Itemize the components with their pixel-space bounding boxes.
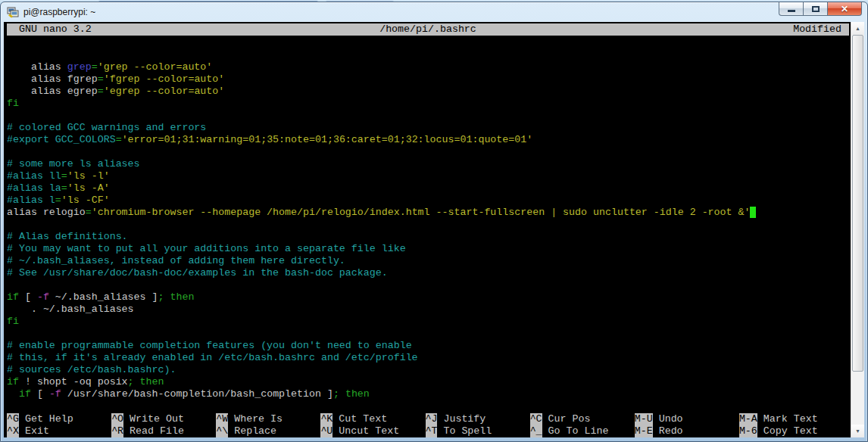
editor-line: . ~/.bash_aliases	[7, 303, 851, 316]
window-titlebar[interactable]: pi@raspberrypi: ~ ✕	[1, 2, 867, 21]
shortcut-label: Justify	[437, 413, 486, 425]
putty-window: pi@raspberrypi: ~ ✕ GNU nano 3.2 /home/p…	[0, 2, 868, 442]
window-title: pi@raspberrypi: ~	[23, 7, 95, 17]
close-button[interactable]: ✕	[827, 2, 862, 16]
text-cursor	[750, 207, 756, 218]
shortcut-copy-text[interactable]: M-6 Copy Text	[739, 425, 844, 437]
scrollbar-thumb[interactable]	[852, 35, 863, 372]
shortcut-label: Get Help	[19, 413, 73, 425]
shortcut-key: ^_	[530, 425, 542, 437]
shortcut-key: ^W	[216, 413, 228, 425]
shortcut-label: Mark Text	[757, 413, 818, 425]
shortcut-uncut-text[interactable]: ^U Uncut Text	[320, 425, 425, 437]
editor-line: # You may want to put all your additions…	[7, 243, 851, 255]
screen: pi@raspberrypi: ~ ✕ GNU nano 3.2 /home/p…	[0, 0, 868, 442]
editor-line	[7, 110, 851, 122]
shortcut-key: M-U	[635, 413, 653, 425]
window-controls: ✕	[779, 2, 862, 16]
shortcut-key: ^T	[426, 425, 438, 437]
editor-line: fi	[7, 316, 851, 328]
editor-line: if [ -f /usr/share/bash-completion/bash_…	[7, 388, 851, 400]
shortcut-where-is[interactable]: ^W Where Is	[216, 413, 320, 425]
scrollbar-track[interactable]	[851, 35, 864, 425]
shortcut-key: ^K	[320, 413, 333, 425]
shortcut-label: Uncut Text	[333, 425, 399, 437]
shortcut-key: ^R	[111, 425, 123, 437]
editor-line: alias fgrep='fgrep --color=auto'	[7, 73, 851, 86]
shortcut-cur-pos[interactable]: ^C Cur Pos	[530, 413, 635, 425]
editor-line: # See /usr/share/doc/bash-doc/examples i…	[7, 267, 851, 279]
scrollbar[interactable]: ▲ ▼	[851, 22, 864, 437]
shortcut-key: ^\	[216, 425, 228, 437]
maximize-button[interactable]	[803, 2, 827, 16]
shortcut-row: ^X Exit^R Read File^\ Replace^U Uncut Te…	[7, 425, 851, 437]
shortcut-label: Redo	[653, 425, 683, 437]
editor-line: alias grep='grep --color=auto'	[7, 61, 851, 73]
shortcut-get-help[interactable]: ^G Get Help	[7, 413, 111, 425]
editor-line: # ~/.bash_aliases, instead of adding the…	[7, 255, 851, 267]
maximize-icon	[812, 6, 820, 12]
editor-line: # Alias definitions.	[7, 231, 851, 243]
nano-file-path: /home/pi/.bashrc	[7, 23, 849, 36]
scroll-up-arrow[interactable]: ▲	[851, 22, 864, 35]
editor-line	[7, 49, 851, 61]
shortcut-label: Write Out	[123, 413, 184, 425]
minimize-icon	[788, 10, 795, 12]
editor-line: alias relogio='chromium-browser --homepa…	[7, 207, 851, 219]
shortcut-read-file[interactable]: ^R Read File	[111, 425, 216, 437]
shortcut-write-out[interactable]: ^O Write Out	[111, 413, 216, 425]
shortcut-cut-text[interactable]: ^K Cut Text	[320, 413, 425, 425]
nano-titlebar: GNU nano 3.2 /home/pi/.bashrc Modified	[7, 23, 849, 36]
shortcut-label: Undo	[653, 413, 683, 425]
editor-line: #alias la='ls -A'	[7, 182, 851, 195]
editor-line: #alias l='ls -CF'	[7, 195, 851, 207]
editor-line: #export GCC_COLORS='error=01;31:warning=…	[7, 134, 851, 146]
editor-line: if [ -f ~/.bash_aliases ]; then	[7, 291, 851, 303]
shortcut-undo[interactable]: M-U Undo	[635, 413, 739, 425]
terminal-frame: GNU nano 3.2 /home/pi/.bashrc Modified a…	[1, 22, 867, 441]
shortcut-label: Cur Pos	[542, 413, 591, 425]
shortcut-go-to-line[interactable]: ^_ Go To Line	[530, 425, 635, 437]
terminal[interactable]: GNU nano 3.2 /home/pi/.bashrc Modified a…	[4, 22, 851, 437]
shortcut-key: ^U	[320, 425, 333, 437]
editor-line: # enable programmable completion feature…	[7, 340, 851, 352]
editor-line	[7, 146, 851, 158]
shortcut-redo[interactable]: M-E Redo	[635, 425, 739, 437]
editor-line: # colored GCC warnings and errors	[7, 122, 851, 134]
shortcut-key: ^G	[7, 413, 19, 425]
shortcut-mark-text[interactable]: M-A Mark Text	[739, 413, 844, 425]
shortcut-to-spell[interactable]: ^T To Spell	[426, 425, 530, 437]
editor-line: #alias ll='ls -l'	[7, 170, 851, 182]
minimize-button[interactable]	[779, 2, 803, 16]
nano-modified-status: Modified	[793, 23, 841, 36]
editor-line: # this, if it's already enabled in /etc/…	[7, 352, 851, 364]
shortcut-justify[interactable]: ^J Justify	[426, 413, 530, 425]
editor-empty-area	[7, 400, 851, 413]
shortcut-exit[interactable]: ^X Exit	[7, 425, 111, 437]
shortcut-key: ^O	[111, 413, 123, 425]
editor-line: if ! shopt -oq posix; then	[7, 376, 851, 388]
shortcut-label: Copy Text	[757, 425, 818, 437]
shortcut-key: ^X	[7, 425, 19, 437]
shortcut-key: ^J	[426, 413, 438, 425]
editor-line: # some more ls aliases	[7, 158, 851, 170]
editor-line	[7, 219, 851, 231]
shortcut-label: Exit	[19, 425, 49, 437]
nano-editor[interactable]: alias grep='grep --color=auto' alias fgr…	[7, 37, 851, 400]
editor-line	[7, 279, 851, 291]
editor-line: alias egrep='egrep --color=auto'	[7, 86, 851, 98]
shortcut-replace[interactable]: ^\ Replace	[216, 425, 320, 437]
shortcut-label: Read File	[123, 425, 184, 437]
shortcut-key: M-6	[739, 425, 757, 437]
shortcut-row: ^G Get Help^O Write Out^W Where Is^K Cut…	[7, 413, 851, 425]
shortcut-key: M-E	[635, 425, 653, 437]
shortcut-label: Go To Line	[542, 425, 609, 437]
shortcut-key: ^C	[530, 413, 542, 425]
close-icon: ✕	[841, 5, 848, 14]
editor-line	[7, 37, 851, 49]
shortcut-label: To Spell	[437, 425, 492, 437]
scroll-down-arrow[interactable]: ▼	[851, 425, 864, 437]
nano-shortcut-bar: ^G Get Help^O Write Out^W Where Is^K Cut…	[7, 413, 851, 437]
editor-line: fi	[7, 98, 851, 110]
shortcut-key: M-A	[739, 413, 757, 425]
